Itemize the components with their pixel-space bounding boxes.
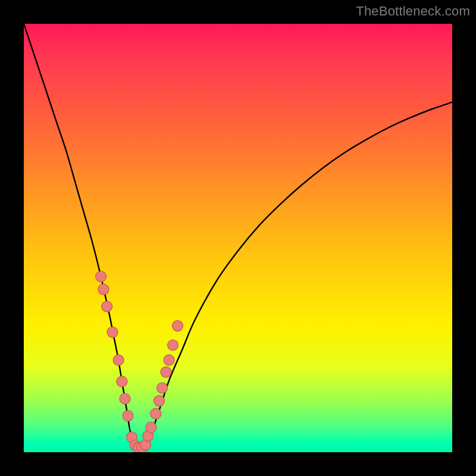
marker-point <box>154 396 165 406</box>
marker-point <box>113 355 124 365</box>
marker-point <box>172 321 183 331</box>
marker-point <box>151 408 161 419</box>
marker-point <box>98 284 109 295</box>
marker-point <box>123 411 133 421</box>
marker-point <box>168 340 178 350</box>
marker-point <box>161 367 171 377</box>
marker-point <box>157 383 168 393</box>
curve-svg <box>24 24 452 452</box>
watermark-text: TheBottleneck.com <box>356 4 470 19</box>
marker-point <box>107 327 118 337</box>
marker-point <box>146 422 156 433</box>
marker-point <box>117 376 127 387</box>
marker-point <box>120 393 130 404</box>
plot-area <box>24 24 452 452</box>
highlighted-points <box>96 271 183 452</box>
marker-point <box>96 271 107 282</box>
chart-canvas: TheBottleneck.com <box>0 0 476 476</box>
bottleneck-curve <box>24 24 452 449</box>
marker-point <box>102 301 112 312</box>
marker-point <box>164 355 174 365</box>
